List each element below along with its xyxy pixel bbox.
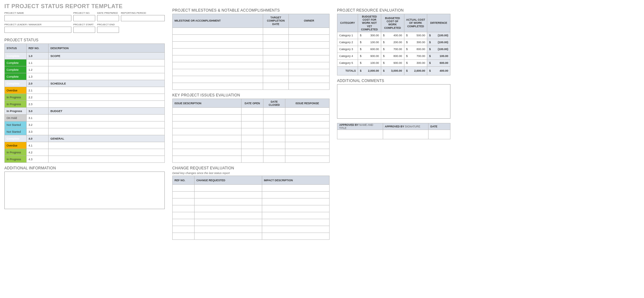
empty-cell[interactable] (173, 35, 263, 42)
empty-cell[interactable] (173, 212, 195, 219)
input-project-end[interactable] (97, 27, 119, 33)
desc-cell[interactable]: SCOPE (49, 53, 165, 59)
empty-cell[interactable] (242, 142, 263, 149)
desc-cell[interactable] (49, 87, 165, 94)
empty-cell[interactable] (242, 128, 263, 135)
desc-cell[interactable] (49, 121, 165, 128)
empty-cell[interactable] (263, 121, 285, 128)
empty-cell[interactable] (263, 156, 285, 163)
empty-cell[interactable] (173, 28, 263, 35)
desc-cell[interactable] (49, 66, 165, 73)
input-date-prepared[interactable] (97, 15, 119, 21)
empty-cell[interactable] (289, 69, 330, 76)
comments-box[interactable] (337, 84, 450, 119)
empty-cell[interactable] (195, 205, 262, 212)
empty-cell[interactable] (173, 149, 242, 156)
empty-cell[interactable] (173, 198, 195, 205)
desc-cell[interactable] (49, 101, 165, 108)
status-cell[interactable]: Overdue (5, 87, 27, 94)
status-cell[interactable]: Complete (5, 66, 27, 73)
empty-cell[interactable] (173, 135, 242, 142)
status-cell[interactable]: Complete (5, 135, 27, 142)
empty-cell[interactable] (263, 108, 285, 115)
status-cell[interactable]: Complete (5, 53, 27, 59)
status-cell[interactable]: In Progress (5, 108, 27, 115)
empty-cell[interactable] (195, 212, 262, 219)
empty-cell[interactable] (173, 205, 195, 212)
empty-cell[interactable] (195, 226, 262, 233)
empty-cell[interactable] (263, 115, 285, 121)
empty-cell[interactable] (263, 62, 289, 69)
empty-cell[interactable] (263, 83, 289, 90)
empty-cell[interactable] (263, 42, 289, 49)
empty-cell[interactable] (285, 156, 330, 163)
status-cell[interactable]: Complete (5, 80, 27, 87)
empty-cell[interactable] (263, 28, 289, 35)
empty-cell[interactable] (262, 192, 330, 198)
empty-cell[interactable] (289, 42, 330, 49)
status-cell[interactable]: Not Started (5, 121, 27, 128)
empty-cell[interactable] (289, 35, 330, 42)
empty-cell[interactable] (173, 219, 195, 226)
empty-cell[interactable] (262, 198, 330, 205)
desc-cell[interactable] (49, 142, 165, 149)
empty-cell[interactable] (262, 226, 330, 233)
status-cell[interactable]: Complete (5, 73, 27, 80)
empty-cell[interactable] (195, 233, 262, 240)
status-cell[interactable]: Overdue (5, 142, 27, 149)
empty-cell[interactable] (263, 128, 285, 135)
empty-cell[interactable] (173, 69, 263, 76)
status-cell[interactable]: Not Started (5, 128, 27, 135)
empty-cell[interactable] (242, 115, 263, 121)
empty-cell[interactable] (285, 115, 330, 121)
desc-cell[interactable] (49, 73, 165, 80)
empty-cell[interactable] (173, 192, 195, 198)
input-reporting-period[interactable] (121, 15, 165, 21)
empty-cell[interactable] (263, 76, 289, 83)
empty-cell[interactable] (263, 49, 289, 55)
desc-cell[interactable]: GENERAL (49, 135, 165, 142)
empty-cell[interactable] (173, 115, 242, 121)
input-project-start[interactable] (73, 27, 95, 33)
empty-cell[interactable] (289, 83, 330, 90)
empty-cell[interactable] (173, 233, 195, 240)
empty-cell[interactable] (173, 121, 242, 128)
desc-cell[interactable] (49, 149, 165, 156)
empty-cell[interactable] (173, 62, 263, 69)
empty-cell[interactable] (263, 135, 285, 142)
desc-cell[interactable] (49, 156, 165, 163)
empty-cell[interactable] (242, 135, 263, 142)
empty-cell[interactable] (263, 69, 289, 76)
empty-cell[interactable] (285, 121, 330, 128)
empty-cell[interactable] (285, 135, 330, 142)
status-cell[interactable]: On Hold (5, 115, 27, 121)
empty-cell[interactable] (173, 83, 263, 90)
empty-cell[interactable] (242, 156, 263, 163)
empty-cell[interactable] (173, 42, 263, 49)
empty-cell[interactable] (195, 185, 262, 192)
empty-cell[interactable] (263, 149, 285, 156)
empty-cell[interactable] (289, 62, 330, 69)
status-cell[interactable]: In Progress (5, 94, 27, 101)
empty-cell[interactable] (289, 28, 330, 35)
empty-cell[interactable] (173, 49, 263, 55)
empty-cell[interactable] (173, 142, 242, 149)
empty-cell[interactable] (262, 233, 330, 240)
status-cell[interactable]: In Progress (5, 101, 27, 108)
empty-cell[interactable] (289, 76, 330, 83)
empty-cell[interactable] (242, 108, 263, 115)
desc-cell[interactable] (49, 59, 165, 66)
status-cell[interactable]: Complete (5, 59, 27, 66)
empty-cell[interactable] (285, 128, 330, 135)
empty-cell[interactable] (242, 121, 263, 128)
empty-cell[interactable] (289, 55, 330, 62)
empty-cell[interactable] (262, 185, 330, 192)
empty-cell[interactable] (173, 55, 263, 62)
empty-cell[interactable] (195, 192, 262, 198)
empty-cell[interactable] (263, 55, 289, 62)
status-cell[interactable]: In Progress (5, 149, 27, 156)
empty-cell[interactable] (173, 226, 195, 233)
empty-cell[interactable] (195, 219, 262, 226)
input-project-no[interactable] (73, 15, 95, 21)
input-project-name[interactable] (4, 15, 71, 21)
